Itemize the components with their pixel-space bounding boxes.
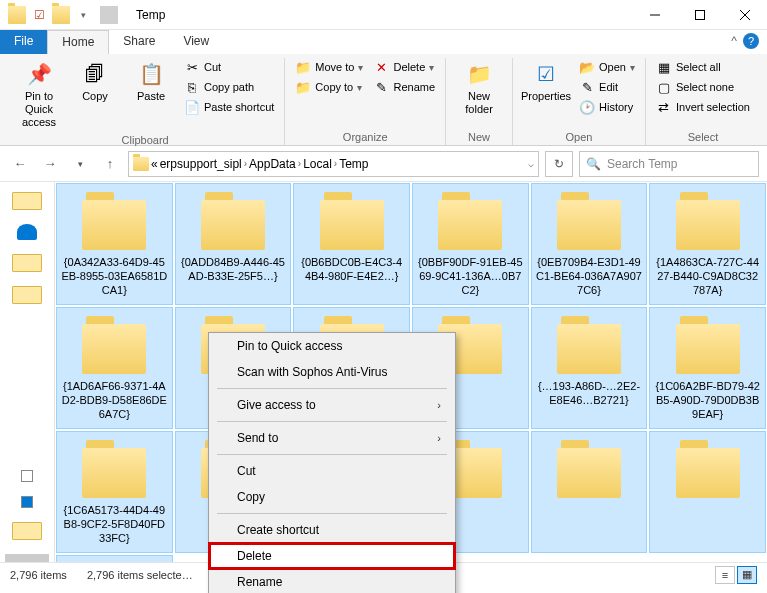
up-button[interactable]: ↑ xyxy=(98,152,122,176)
group-label: Open xyxy=(521,129,637,145)
folder-label: {0ADD84B9-A446-45AD-B33E-25F5…} xyxy=(180,256,287,298)
folder-item[interactable]: {1A4863CA-727C-4427-B440-C9AD8C32787A} xyxy=(649,183,766,305)
history-button[interactable]: 🕑History xyxy=(577,98,637,116)
chevron-right-icon: › xyxy=(437,399,441,411)
delete-icon: ✕ xyxy=(373,59,389,75)
ctx-scan[interactable]: Scan with Sophos Anti-Virus xyxy=(209,359,455,385)
ctx-rename[interactable]: Rename xyxy=(209,569,455,593)
folder-label: {…193-A86D-…2E2-E8E46…B2721} xyxy=(536,380,643,422)
copy-to-icon: 📁 xyxy=(295,79,311,95)
group-label: Select xyxy=(654,129,752,145)
copy-button[interactable]: 🗐 Copy xyxy=(70,58,120,105)
minimize-button[interactable] xyxy=(632,0,677,30)
ctx-cut[interactable]: Cut xyxy=(209,458,455,484)
open-button[interactable]: 📂Open ▾ xyxy=(577,58,637,76)
group-label: Organize xyxy=(293,129,437,145)
cut-button[interactable]: ✂Cut xyxy=(182,58,276,76)
folder-label: {1C6A5173-44D4-49B8-9CF2-5F8D40FD33FC} xyxy=(61,504,168,546)
nav-drive-icon[interactable] xyxy=(21,496,33,508)
folder-item[interactable] xyxy=(649,431,766,553)
delete-button[interactable]: ✕Delete ▾ xyxy=(371,58,437,76)
paste-button[interactable]: 📋 Paste xyxy=(126,58,176,105)
select-all-icon: ▦ xyxy=(656,59,672,75)
path-box[interactable]: « erpsupport_sipl› AppData› Local› Temp … xyxy=(128,151,539,177)
help-icon[interactable]: ? xyxy=(743,33,759,49)
nav-scrollbar[interactable] xyxy=(5,554,48,562)
chevron-right-icon: › xyxy=(437,432,441,444)
tab-home[interactable]: Home xyxy=(47,30,109,54)
select-none-icon: ▢ xyxy=(656,79,672,95)
search-input[interactable]: 🔍 Search Temp xyxy=(579,151,759,177)
ctx-copy[interactable]: Copy xyxy=(209,484,455,510)
icons-view-button[interactable]: ▦ xyxy=(737,566,757,584)
copy-path-button[interactable]: ⎘Copy path xyxy=(182,78,276,96)
qat-dropdown-icon[interactable]: ▾ xyxy=(74,6,92,24)
ribbon: 📌 Pin to Quick access 🗐 Copy 📋 Paste ✂Cu… xyxy=(0,54,767,146)
invert-selection-button[interactable]: ⇄Invert selection xyxy=(654,98,752,116)
invert-icon: ⇄ xyxy=(656,99,672,115)
collapse-ribbon-icon[interactable]: ^ xyxy=(731,34,737,48)
nav-folder-icon[interactable] xyxy=(12,522,42,540)
group-label: New xyxy=(454,129,504,145)
nav-folder-icon[interactable] xyxy=(12,286,42,304)
folder-item[interactable] xyxy=(531,431,648,553)
move-icon: 📁 xyxy=(295,59,311,75)
ctx-delete[interactable]: Delete xyxy=(209,543,455,569)
folder-icon xyxy=(82,200,146,250)
edit-icon: ✎ xyxy=(579,79,595,95)
ctx-pin[interactable]: Pin to Quick access xyxy=(209,333,455,359)
maximize-button[interactable] xyxy=(677,0,722,30)
forward-button[interactable]: → xyxy=(38,152,62,176)
folder-icon xyxy=(52,6,70,24)
nav-thispc-icon[interactable] xyxy=(21,470,33,482)
paste-shortcut-button[interactable]: 📄Paste shortcut xyxy=(182,98,276,116)
folder-icon xyxy=(557,200,621,250)
folder-item[interactable]: {1AD6AF66-9371-4AD2-BDB9-D58E86DE6A7C} xyxy=(56,307,173,429)
folder-item[interactable]: {0EB709B4-E3D1-49C1-BE64-036A7A9077C6} xyxy=(531,183,648,305)
folder-icon xyxy=(82,448,146,498)
refresh-button[interactable]: ↻ xyxy=(545,151,573,177)
ctx-give-access[interactable]: Give access to› xyxy=(209,392,455,418)
move-to-button[interactable]: 📁Move to ▾ xyxy=(293,58,365,76)
folder-item[interactable]: {0BBF90DF-91EB-4569-9C41-136A…0B7C2} xyxy=(412,183,529,305)
path-dropdown-icon[interactable]: ⌵ xyxy=(528,158,534,169)
folder-label: {0EB709B4-E3D1-49C1-BE64-036A7A9077C6} xyxy=(536,256,643,298)
copy-to-button[interactable]: 📁Copy to ▾ xyxy=(293,78,365,96)
nav-folder-icon[interactable] xyxy=(12,254,42,272)
recent-locations-button[interactable]: ▾ xyxy=(68,152,92,176)
address-bar: ← → ▾ ↑ « erpsupport_sipl› AppData› Loca… xyxy=(0,146,767,182)
tab-share[interactable]: Share xyxy=(109,30,169,54)
select-none-button[interactable]: ▢Select none xyxy=(654,78,752,96)
folder-item[interactable]: {0A342A33-64D9-45EB-8955-03EA6581DCA1} xyxy=(56,183,173,305)
history-icon: 🕑 xyxy=(579,99,595,115)
select-all-button[interactable]: ▦Select all xyxy=(654,58,752,76)
edit-button[interactable]: ✎Edit xyxy=(577,78,637,96)
window-title: Temp xyxy=(130,8,632,22)
nav-onedrive-icon[interactable] xyxy=(17,224,37,240)
qat-checkbox-icon[interactable]: ☑ xyxy=(30,6,48,24)
folder-item[interactable]: {1C6A5173-44D4-49B8-9CF2-5F8D40FD33FC} xyxy=(56,431,173,553)
tab-file[interactable]: File xyxy=(0,30,47,54)
pin-quick-access-button[interactable]: 📌 Pin to Quick access xyxy=(14,58,64,132)
properties-button[interactable]: ☑ Properties xyxy=(521,58,571,105)
folder-item[interactable]: {1C06A2BF-BD79-42B5-A90D-79D0DB3B9EAF} xyxy=(649,307,766,429)
ctx-send-to[interactable]: Send to› xyxy=(209,425,455,451)
ribbon-tabs: File Home Share View ^ ? xyxy=(0,30,767,54)
back-button[interactable]: ← xyxy=(8,152,32,176)
folder-item[interactable]: {0B6BDC0B-E4C3-44B4-980F-E4E2…} xyxy=(293,183,410,305)
folder-item[interactable]: {…193-A86D-…2E2-E8E46…B2721} xyxy=(531,307,648,429)
folder-item[interactable] xyxy=(56,555,173,562)
close-button[interactable] xyxy=(722,0,767,30)
titlebar: ☑ ▾ Temp xyxy=(0,0,767,30)
folder-icon xyxy=(676,200,740,250)
rename-button[interactable]: ✎Rename xyxy=(371,78,437,96)
details-view-button[interactable]: ≡ xyxy=(715,566,735,584)
folder-item[interactable]: {0ADD84B9-A446-45AD-B33E-25F5…} xyxy=(175,183,292,305)
tab-view[interactable]: View xyxy=(169,30,223,54)
nav-folder-icon[interactable] xyxy=(12,192,42,210)
navigation-pane[interactable] xyxy=(0,182,55,562)
paste-shortcut-icon: 📄 xyxy=(184,99,200,115)
ctx-create-shortcut[interactable]: Create shortcut xyxy=(209,517,455,543)
new-folder-button[interactable]: 📁 New folder xyxy=(454,58,504,118)
folder-icon xyxy=(133,157,149,171)
